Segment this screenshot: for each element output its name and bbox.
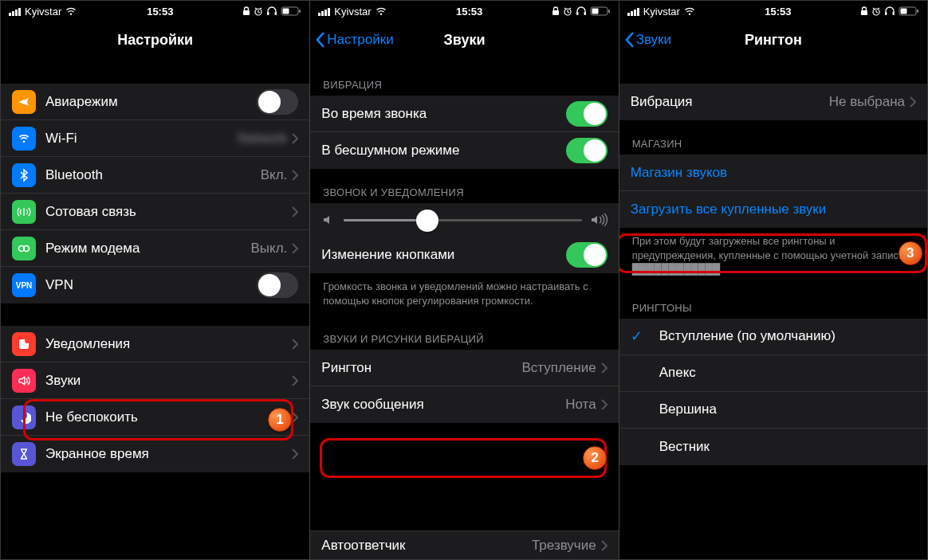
- ringtone-item[interactable]: Вестник: [619, 429, 927, 465]
- svg-rect-3: [18, 8, 21, 16]
- row-screentime[interactable]: Экранное время: [1, 436, 309, 472]
- ringtone-item[interactable]: Апекс: [619, 355, 927, 392]
- row-wifi[interactable]: Wi-Fi Network: [1, 120, 309, 157]
- svg-rect-7: [275, 12, 277, 15]
- svg-rect-17: [324, 10, 327, 16]
- chevron-right-icon: [292, 170, 298, 181]
- svg-rect-27: [631, 11, 633, 16]
- row-notifications[interactable]: Уведомления: [1, 326, 309, 362]
- svg-rect-0: [9, 13, 11, 16]
- row-label: Вступление (по умолчанию): [659, 328, 916, 344]
- moon-icon: [12, 405, 36, 429]
- row-airplane[interactable]: Авиарежим: [1, 84, 309, 120]
- settings-group-general: Уведомления Звуки Не беспокоить Экранное…: [1, 326, 309, 472]
- svg-rect-22: [584, 12, 586, 15]
- row-label: Апекс: [659, 365, 916, 381]
- lock-icon: [552, 6, 560, 16]
- svg-rect-26: [627, 13, 630, 16]
- headphones-icon: [884, 6, 895, 16]
- row-label: Вершина: [659, 401, 916, 417]
- row-change-buttons[interactable]: Изменение кнопками: [310, 237, 618, 273]
- row-label: Bluetooth: [45, 167, 261, 183]
- status-bar: Kyivstar 15:53: [1, 1, 309, 18]
- nav-bar: Настройки: [1, 18, 309, 61]
- svg-rect-32: [885, 12, 887, 15]
- chevron-right-icon: [292, 243, 298, 254]
- tones-group: Рингтон Вступление Звук сообщения Нота: [310, 350, 618, 423]
- chevron-right-icon: [910, 96, 916, 108]
- chevron-right-icon: [292, 339, 298, 350]
- ringtones-list: ✓ Вступление (по умолчанию) Апекс Вершин…: [619, 319, 927, 465]
- section-header: ВИБРАЦИЯ: [310, 61, 618, 96]
- page-title: Звуки: [444, 32, 486, 49]
- row-sounds[interactable]: Звуки: [1, 362, 309, 399]
- toggle[interactable]: [566, 138, 608, 163]
- toggle[interactable]: [257, 272, 298, 298]
- row-label: Экранное время: [45, 446, 292, 462]
- svg-rect-30: [861, 10, 867, 15]
- time-label: 15:53: [456, 6, 482, 18]
- volume-slider[interactable]: [344, 219, 581, 221]
- row-value: Вступление: [521, 360, 596, 376]
- row-vpn[interactable]: VPN VPN: [1, 267, 309, 303]
- row-vibrate-ring[interactable]: Во время звонка: [310, 96, 618, 132]
- row-label: Загрузить все купленные звуки: [631, 202, 916, 217]
- row-label: Во время звонка: [321, 106, 565, 122]
- nav-bar: Звуки Рингтон: [619, 18, 927, 61]
- sound-icon: [12, 369, 36, 393]
- page-title: Настройки: [117, 32, 193, 49]
- row-voicemail-partial[interactable]: Автоответчик Трезвучие: [310, 531, 618, 559]
- row-vibration-pattern[interactable]: Вибрация Не выбрана: [619, 84, 927, 120]
- section-header: ЗВОНОК И УВЕДОМЛЕНИЯ: [310, 169, 618, 203]
- sounds-screen: Kyivstar 15:53 Настройки Звуки ВИБРАЦИЯ …: [309, 1, 618, 559]
- signal-icon: [627, 7, 640, 16]
- wifi-icon: [65, 6, 77, 16]
- row-dnd[interactable]: Не беспокоить: [1, 399, 309, 436]
- svg-rect-21: [576, 12, 579, 15]
- row-text-tone[interactable]: Звук сообщения Нота: [310, 386, 618, 423]
- row-label: Уведомления: [45, 336, 292, 352]
- ringer-group: Изменение кнопками: [310, 203, 618, 273]
- row-download-purchased[interactable]: Загрузить все купленные звуки: [619, 191, 927, 228]
- airplane-icon: [12, 90, 36, 114]
- row-ringtone[interactable]: Рингтон Вступление: [310, 350, 618, 386]
- ringtone-item[interactable]: Вершина: [619, 392, 927, 429]
- row-value: Выкл.: [250, 241, 287, 257]
- svg-rect-6: [267, 12, 269, 15]
- svg-rect-35: [900, 9, 906, 14]
- row-cellular[interactable]: Сотовая связь: [1, 194, 309, 230]
- back-button[interactable]: Настройки: [315, 31, 393, 49]
- section-header: МАГАЗИН: [619, 120, 927, 155]
- svg-rect-24: [592, 9, 598, 14]
- row-label: Автоответчик: [321, 538, 532, 554]
- row-value-hidden: Network: [238, 131, 287, 147]
- row-label: Вестник: [659, 439, 916, 455]
- vpn-icon: VPN: [12, 273, 36, 297]
- row-tone-store[interactable]: Магазин звуков: [619, 155, 927, 191]
- svg-point-14: [25, 339, 29, 343]
- signal-icon: [318, 7, 331, 16]
- page-title: Рингтон: [745, 32, 802, 49]
- row-label: Режим модема: [45, 241, 250, 257]
- toggle[interactable]: [566, 242, 608, 268]
- svg-rect-33: [892, 12, 895, 15]
- row-label: Сотовая связь: [45, 204, 292, 220]
- toggle[interactable]: [257, 89, 298, 115]
- row-vibrate-silent[interactable]: В бесшумном режиме: [310, 132, 618, 169]
- row-value: Вкл.: [261, 167, 288, 183]
- svg-rect-4: [243, 10, 250, 15]
- chevron-right-icon: [292, 375, 298, 386]
- ringtone-item[interactable]: ✓ Вступление (по умолчанию): [619, 319, 927, 355]
- hotspot-icon: [12, 237, 36, 260]
- status-bar: Kyivstar 15:53: [619, 1, 927, 18]
- alarm-icon: [563, 6, 572, 16]
- toggle[interactable]: [566, 101, 608, 127]
- volume-slider-row[interactable]: [310, 203, 618, 237]
- alarm-icon: [871, 6, 881, 16]
- back-button[interactable]: Звуки: [624, 31, 671, 49]
- row-hotspot[interactable]: Режим модема Выкл.: [1, 230, 309, 267]
- svg-rect-16: [321, 11, 324, 16]
- back-label: Настройки: [327, 32, 393, 48]
- row-bluetooth[interactable]: Bluetooth Вкл.: [1, 157, 309, 194]
- lock-icon: [242, 6, 250, 16]
